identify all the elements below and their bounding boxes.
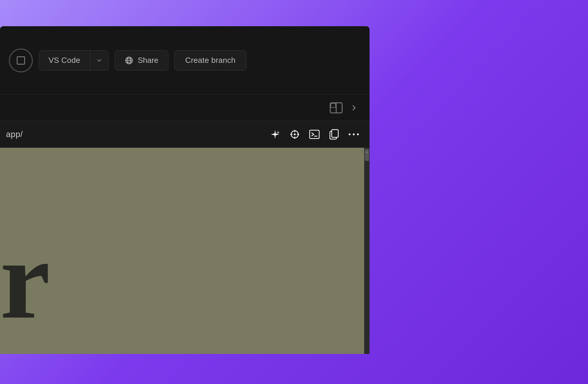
chevron-right-icon (350, 104, 358, 112)
svg-point-10 (294, 133, 296, 135)
more-options-button[interactable] (347, 128, 361, 141)
vscode-button[interactable]: VS Code (39, 51, 90, 70)
share-label: Share (138, 56, 158, 65)
vscode-group: VS Code (39, 50, 109, 71)
scroll-up-button[interactable] (364, 148, 370, 157)
content-area: r (0, 148, 370, 354)
scrollbar[interactable] (364, 148, 370, 354)
target-icon (289, 129, 300, 140)
copy-icon (328, 129, 340, 140)
top-toolbar: VS Code Share Create branch (0, 26, 370, 95)
main-window: VS Code Share Create branch (0, 26, 370, 354)
content-letter: r (0, 223, 50, 336)
chevron-down-icon (96, 57, 103, 64)
filepath-toolbar: app/ (0, 121, 370, 148)
split-view-icon (330, 102, 343, 114)
secondary-toolbar (0, 95, 370, 121)
svg-point-16 (353, 133, 355, 135)
stop-icon (17, 56, 25, 65)
terminal-icon (309, 129, 320, 140)
globe-icon (125, 56, 134, 65)
svg-point-15 (349, 133, 350, 135)
create-branch-button[interactable]: Create branch (174, 50, 247, 71)
terminal-button[interactable] (308, 128, 321, 141)
vscode-dropdown-button[interactable] (90, 51, 108, 70)
filepath-actions (268, 128, 361, 141)
svg-point-17 (357, 133, 359, 135)
create-branch-label: Create branch (185, 56, 236, 65)
svg-rect-4 (331, 103, 336, 108)
target-button[interactable] (288, 128, 302, 141)
share-button[interactable]: Share (115, 50, 168, 71)
svg-rect-14 (332, 130, 338, 137)
copy-button[interactable] (327, 128, 341, 141)
sparkle-button[interactable] (268, 128, 282, 141)
svg-rect-11 (310, 130, 319, 139)
chevron-right-button[interactable] (347, 101, 361, 114)
split-view-button[interactable] (328, 101, 344, 115)
filepath-text: app/ (6, 130, 23, 139)
sparkle-icon (269, 129, 281, 140)
stop-button[interactable] (9, 49, 33, 72)
more-icon (348, 132, 359, 136)
